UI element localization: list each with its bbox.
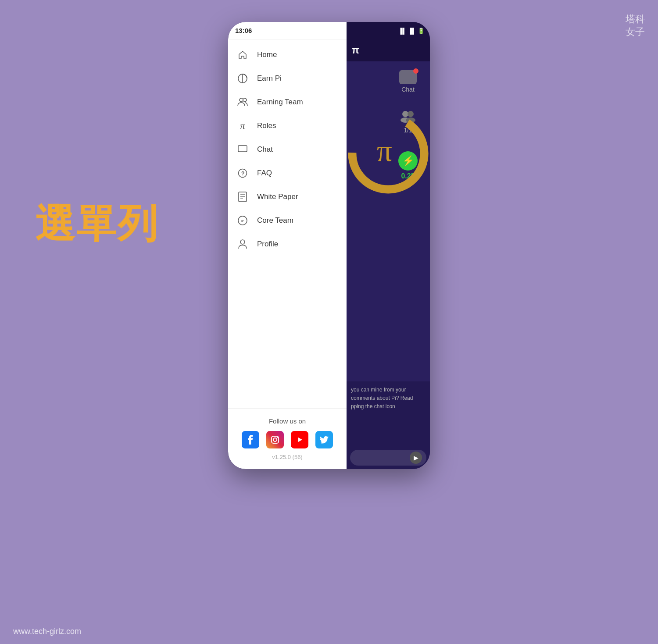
chat-icon bbox=[237, 144, 248, 155]
home-icon bbox=[237, 49, 248, 60]
faq-icon: ? bbox=[237, 167, 248, 179]
drawer-status-bar: 13:06 bbox=[228, 22, 347, 39]
background-label: 選單列 bbox=[35, 197, 159, 251]
twitter-icon[interactable] bbox=[315, 431, 333, 448]
pi-logo: π bbox=[347, 105, 430, 202]
menu-item-faq[interactable]: ? FAQ bbox=[228, 161, 347, 185]
svg-point-21 bbox=[273, 438, 277, 441]
menu-label-earning-team: Earning Team bbox=[257, 98, 303, 107]
svg-rect-13 bbox=[239, 192, 247, 202]
chat-text: you can mine from your comments about Pi… bbox=[351, 386, 426, 429]
phone-device: ▐▌ ▐▌ 🔋 π Chat bbox=[228, 22, 430, 469]
follow-label: Follow us on bbox=[237, 417, 338, 425]
menu-item-home[interactable]: Home bbox=[228, 43, 347, 67]
menu-label-white-paper: White Paper bbox=[257, 192, 298, 201]
social-icons bbox=[237, 431, 338, 448]
svg-point-8 bbox=[240, 98, 243, 102]
instagram-icon[interactable] bbox=[266, 431, 284, 448]
svg-point-19 bbox=[240, 240, 245, 244]
status-time: 13:06 bbox=[235, 27, 252, 34]
menu-label-faq: FAQ bbox=[257, 169, 272, 178]
youtube-icon[interactable] bbox=[291, 431, 308, 448]
menu-label-core-team: Core Team bbox=[257, 216, 293, 225]
menu-item-earning-team[interactable]: Earning Team bbox=[228, 90, 347, 114]
menu-label-profile: Profile bbox=[257, 240, 278, 249]
app-logo: π bbox=[352, 45, 359, 56]
menu-label-chat: Chat bbox=[257, 145, 273, 154]
svg-text:?: ? bbox=[241, 171, 244, 177]
facebook-icon[interactable] bbox=[242, 431, 259, 448]
menu-item-earn-pi[interactable]: Earn Pi bbox=[228, 67, 347, 90]
menu-item-profile[interactable]: Profile bbox=[228, 232, 347, 256]
menu-item-roles[interactable]: π Roles bbox=[228, 114, 347, 138]
core-team-icon: π bbox=[237, 215, 248, 226]
profile-icon bbox=[237, 238, 248, 250]
navigation-drawer: 13:06 Home bbox=[228, 22, 347, 469]
menu-label-home: Home bbox=[257, 50, 277, 59]
white-paper-icon bbox=[237, 191, 248, 203]
notification-dot bbox=[413, 68, 418, 74]
drawer-footer: Follow us on bbox=[228, 408, 347, 469]
menu-label-earn-pi: Earn Pi bbox=[257, 74, 282, 83]
drawer-menu: Home Earn Pi bbox=[228, 39, 347, 408]
roles-icon: π bbox=[237, 120, 248, 132]
website-url: www.tech-girlz.com bbox=[13, 627, 81, 636]
earning-team-icon bbox=[237, 96, 248, 108]
menu-item-white-paper[interactable]: White Paper bbox=[228, 185, 347, 209]
svg-marker-24 bbox=[298, 438, 302, 442]
svg-point-22 bbox=[277, 437, 278, 438]
svg-text:π: π bbox=[377, 134, 392, 167]
svg-text:π: π bbox=[241, 218, 244, 223]
menu-label-roles: Roles bbox=[257, 121, 276, 130]
svg-point-9 bbox=[243, 98, 247, 102]
menu-item-chat[interactable]: Chat bbox=[228, 138, 347, 161]
svg-rect-10 bbox=[238, 146, 247, 152]
version-text: v1.25.0 (56) bbox=[237, 454, 338, 460]
send-button[interactable]: ▶ bbox=[410, 452, 422, 464]
menu-item-core-team[interactable]: π Core Team bbox=[228, 209, 347, 232]
earn-pi-icon bbox=[237, 73, 248, 84]
watermark: 塔科 女子 bbox=[626, 13, 645, 38]
